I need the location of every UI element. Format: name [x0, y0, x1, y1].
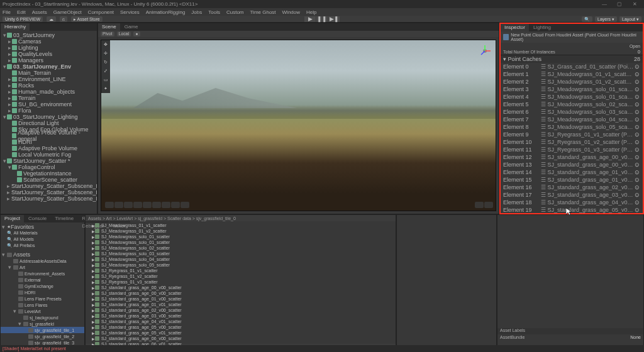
folder-item[interactable]: sjv_grassfield_tile_2	[1, 333, 84, 339]
element-row[interactable]: Element 3☰ SJ_Meadowgrass_solo_01_scatte…	[501, 85, 643, 93]
asset-item[interactable]: ▸SJ_Meadowgrass_01_v2_scatter	[86, 228, 396, 234]
menu-assets[interactable]: Assets	[32, 9, 47, 15]
asset-item[interactable]: ▸SJ_standard_grass_age_06_v00_scatter	[86, 336, 396, 341]
point-caches-label[interactable]: ▾ Point Caches	[503, 56, 541, 62]
favorite-item[interactable]: 🔍 All Materials	[1, 230, 84, 236]
viewport-tool-2[interactable]	[114, 202, 123, 208]
tab-project[interactable]: Project	[1, 215, 24, 223]
asset-store-button[interactable]: ▸ Asset Store	[71, 16, 103, 22]
tab-timeline[interactable]: Timeline	[51, 215, 77, 223]
hierarchy-item[interactable]: Local Volumetric Fog	[1, 151, 97, 158]
search-icon[interactable]: 🔍	[582, 16, 592, 22]
folder-item[interactable]: ▾LevelArt	[1, 308, 84, 314]
folder-item[interactable]: sj_background	[1, 314, 84, 321]
viewport-tool-3[interactable]	[124, 202, 133, 208]
element-row[interactable]: Element 0☰ SJ_Grass_card_01_scatter (Poi…	[501, 63, 643, 70]
transform-tool[interactable]: ✦	[101, 84, 110, 93]
hierarchy-item[interactable]: ▸Terrain	[1, 95, 97, 101]
hierarchy-item[interactable]: ▸StartJourney_Scatter_Subscene_Field_Dea…	[1, 195, 97, 202]
asset-item[interactable]: ▸SJ_standard_grass_age_05_v00_scatter	[86, 324, 396, 330]
hierarchy-item[interactable]: ▸Rocks	[1, 82, 97, 89]
hierarchy-item[interactable]: Main_Terrain	[1, 70, 97, 76]
hierarchy-item[interactable]: ▸Environment_LINE	[1, 76, 97, 82]
hierarchy-item[interactable]: ▸Lighting	[1, 45, 97, 51]
asset-item[interactable]: ▸SJ_standard_grass_age_03_v00_scatter	[86, 313, 396, 319]
element-row[interactable]: Element 6☰ SJ_Meadowgrass_solo_03_scatte…	[501, 108, 643, 116]
viewport-tool-8[interactable]	[171, 202, 180, 208]
hierarchy-item[interactable]: ▸Human_made_objects	[1, 89, 97, 95]
menu-services[interactable]: Services	[120, 9, 140, 15]
tab-console[interactable]: Console	[25, 215, 50, 223]
hierarchy-item[interactable]: ▸Managers	[1, 57, 97, 63]
hand-tool[interactable]: ✥	[101, 40, 110, 49]
element-row[interactable]: Element 5☰ SJ_Meadowgrass_solo_02_scatte…	[501, 101, 643, 108]
hierarchy-item[interactable]: ScatterScene_scatter	[1, 177, 97, 183]
element-row[interactable]: Element 7☰ SJ_Meadowgrass_solo_04_scatte…	[501, 116, 643, 123]
scene-viewport[interactable]: ✥ ✢ ↻ ⤢ ▭ ✦	[101, 40, 496, 211]
menu-animationrigging[interactable]: AnimationRigging	[146, 9, 186, 15]
rotate-tool[interactable]: ↻	[101, 58, 110, 67]
pivot-toggle[interactable]: Pivot	[101, 31, 114, 36]
element-row[interactable]: Element 13☰ SJ_standard_grass_age_00_v00…	[501, 161, 643, 168]
asset-item[interactable]: ▸SJ_Ryegrass_01_v1_scatter	[86, 268, 396, 273]
element-row[interactable]: Element 14☰ SJ_standard_grass_age_01_v00…	[501, 168, 643, 176]
menu-tools[interactable]: Tools	[208, 9, 220, 15]
folder-item[interactable]: External	[1, 277, 84, 283]
minimize-button[interactable]: —	[597, 1, 611, 8]
element-row[interactable]: Element 18☰ SJ_standard_grass_age_04_v01…	[501, 199, 643, 206]
hierarchy-item[interactable]: ▸QualityLevels	[1, 51, 97, 57]
pause-button[interactable]: ❚❚	[316, 16, 328, 22]
element-row[interactable]: Element 11☰ SJ_Ryegrass_01_v3_scatter (P…	[501, 146, 643, 153]
folder-item[interactable]: Lens Flare Presets	[1, 295, 84, 302]
move-tool[interactable]: ✢	[101, 49, 110, 58]
menu-edit[interactable]: Edit	[17, 9, 26, 15]
hierarchy-item[interactable]: ▾03_StartJourney_Lighting	[1, 114, 97, 120]
hierarchy-item[interactable]: ▸SU_BG_environment	[1, 101, 97, 107]
orientation-gizmo[interactable]	[477, 43, 493, 59]
asset-item[interactable]: ▸SJ_standard_grass_age_01_v00_scatter	[86, 296, 396, 302]
grid-toggle[interactable]: ●	[133, 31, 140, 36]
favorite-item[interactable]: 🔍 All Models	[1, 236, 84, 243]
lighting-tab[interactable]: Lighting	[530, 24, 555, 31]
layout-dropdown[interactable]: Layout ▾	[619, 16, 641, 22]
favorites-header[interactable]: ▾★ Favorites	[1, 224, 84, 230]
hierarchy-item[interactable]: Adaptive Probe Volume	[1, 145, 97, 151]
hierarchy-item[interactable]: Adaptive Probe Volume - general	[1, 133, 97, 139]
element-row[interactable]: Element 9☰ SJ_Ryegrass_01_v1_scatter (Po…	[501, 131, 643, 138]
asset-item[interactable]: ▸SJ_Meadowgrass_01_v1_scatter	[86, 223, 396, 228]
asset-item[interactable]: ▸SJ_Meadowgrass_solo_03_scatter	[86, 251, 396, 256]
scene-tab[interactable]: Scene	[98, 23, 120, 31]
local-toggle[interactable]: Local	[117, 31, 131, 36]
step-button[interactable]: ▶❚	[328, 16, 340, 22]
close-button[interactable]: ✕	[628, 1, 641, 8]
asset-item[interactable]: ▸SJ_Ryegrass_01_v2_scatter	[86, 273, 396, 279]
hierarchy-item[interactable]: ▾FoliageControl	[1, 164, 97, 170]
menu-file[interactable]: File	[3, 9, 11, 15]
element-row[interactable]: Element 16☰ SJ_standard_grass_age_02_v00…	[501, 184, 643, 191]
menu-jobs[interactable]: Jobs	[191, 9, 202, 15]
folder-item[interactable]: ▾Art	[1, 264, 84, 270]
asset-item[interactable]: ▸SJ_standard_grass_age_02_v00_scatter	[86, 307, 396, 313]
element-row[interactable]: Element 19☰ SJ_standard_grass_age_05_v00…	[501, 206, 643, 213]
asset-item[interactable]: ▸SJ_standard_grass_age_00_v00_scatter	[86, 290, 396, 296]
favorite-item[interactable]: 🔍 All Prefabs	[1, 243, 84, 249]
menu-component[interactable]: Component	[88, 9, 114, 15]
viewport-tool-4[interactable]	[133, 202, 142, 208]
element-row[interactable]: Element 12☰ SJ_standard_grass_age_00_v00…	[501, 153, 643, 161]
play-button[interactable]: ▶	[304, 16, 316, 22]
menu-gameobject[interactable]: GameObject	[53, 9, 82, 15]
folder-item[interactable]: sjv_grassfield_tile_1	[1, 327, 84, 333]
vc-icon[interactable]: ⎌	[60, 16, 67, 22]
asset-item[interactable]: ▸SJ_standard_grass_age_04_v01_scatter	[86, 319, 396, 324]
camera-icon[interactable]	[475, 202, 484, 208]
asset-item[interactable]: ▸SJ_standard_grass_age_00_v00_scatter	[86, 285, 396, 290]
menu-help[interactable]: Help	[306, 9, 316, 15]
fx-icon[interactable]	[484, 202, 493, 208]
element-row[interactable]: Element 10☰ SJ_Ryegrass_01_v2_scatter (P…	[501, 138, 643, 146]
asset-item[interactable]: ▸SJ_standard_grass_age_01_v01_scatter	[86, 302, 396, 307]
viewport-tool-7[interactable]	[162, 202, 170, 208]
hierarchy-item[interactable]: ▾03_StartJourney_Env	[1, 63, 97, 70]
asset-item[interactable]: ▸SJ_Ryegrass_01_v3_scatter	[86, 279, 396, 285]
assetbundle-value[interactable]: None	[569, 335, 641, 339]
hierarchy-item[interactable]: ▸Cameras	[1, 38, 97, 45]
